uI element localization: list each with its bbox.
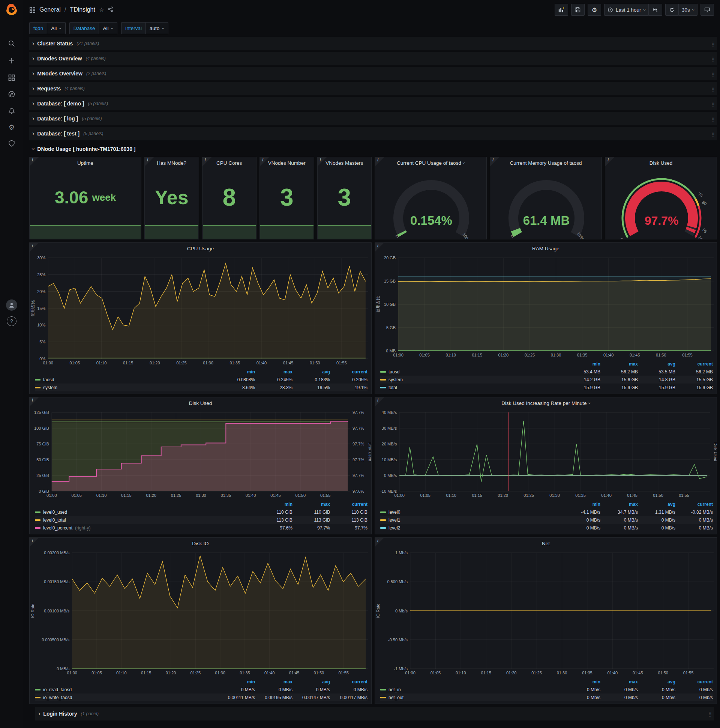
time-range-picker[interactable]: Last 1 hour › — [604, 4, 649, 16]
legend-header[interactable]: min — [563, 361, 600, 367]
legend-series-toggle[interactable]: system — [35, 385, 57, 390]
variable-database-value[interactable]: All› — [99, 22, 117, 34]
panel-header[interactable]: CPU Usage — [30, 243, 371, 254]
legend-series-toggle[interactable]: level1 — [380, 517, 400, 523]
row-drag-handle[interactable]: ⣿ — [711, 41, 715, 46]
legend-header[interactable]: current — [675, 361, 713, 367]
legend-header[interactable]: current — [675, 502, 713, 507]
grafana-logo[interactable] — [4, 2, 19, 17]
legend-series-toggle[interactable]: total — [380, 385, 397, 390]
legend-header[interactable]: current — [330, 502, 368, 507]
info-icon[interactable]: i — [32, 538, 33, 543]
star-icon[interactable]: ☆ — [99, 6, 104, 13]
help-icon[interactable]: ? — [0, 314, 23, 329]
legend-series-toggle[interactable]: system — [380, 377, 403, 382]
legend-header[interactable]: min — [218, 679, 255, 684]
legend-series-toggle[interactable]: taosd — [380, 369, 400, 375]
info-icon[interactable]: i — [262, 158, 263, 162]
legend-series-toggle[interactable]: level0_used — [35, 509, 67, 515]
panel-header[interactable]: Disk Used — [605, 157, 717, 168]
legend-header[interactable]: max — [600, 502, 638, 507]
info-icon[interactable]: i — [377, 398, 378, 402]
dashboard-row-collapsed[interactable]: ›Database: [ log ](5 panels)⣿ — [29, 112, 717, 125]
alerting-icon[interactable] — [0, 104, 23, 119]
panel-header[interactable]: Disk Used — [30, 398, 371, 409]
search-icon[interactable] — [0, 36, 23, 51]
legend-header[interactable]: max — [255, 679, 293, 684]
create-icon[interactable] — [0, 53, 23, 68]
panel-header[interactable]: Disk Used Increasing Rate per Minute› — [375, 398, 717, 409]
legend-series-toggle[interactable]: level2 — [380, 525, 400, 531]
breadcrumb-dashboard-title[interactable]: TDinsight — [70, 6, 95, 13]
legend-series-toggle[interactable]: level0_percent (right-y) — [35, 525, 90, 531]
row-drag-handle[interactable]: ⣿ — [711, 116, 715, 122]
info-icon[interactable]: i — [32, 243, 33, 248]
legend-header[interactable]: min — [563, 679, 600, 684]
variable-interval-value[interactable]: auto› — [146, 22, 168, 34]
row-drag-handle[interactable]: ⣿ — [711, 86, 715, 92]
legend-header[interactable]: max — [600, 361, 638, 367]
panel-menu-chevron-icon[interactable]: › — [587, 402, 592, 404]
explore-icon[interactable] — [0, 87, 23, 102]
dashboard-row-collapsed[interactable]: ›Cluster Status(21 panels)⣿ — [29, 37, 717, 50]
dashboard-row-collapsed[interactable]: ›DNodes Overview(4 panels)⣿ — [29, 52, 717, 65]
panel-menu-chevron-icon[interactable]: › — [461, 162, 466, 164]
legend-header[interactable]: current — [675, 679, 713, 684]
panel-header[interactable]: RAM Usage — [375, 243, 717, 254]
info-icon[interactable]: i — [493, 158, 494, 162]
legend-header[interactable]: avg — [638, 679, 675, 684]
info-icon[interactable]: i — [32, 398, 33, 402]
breadcrumb-folder[interactable]: General — [40, 6, 61, 13]
zoom-out-time-button[interactable] — [649, 4, 662, 16]
panel-header[interactable]: Current Memory Usage of taosd — [490, 157, 601, 168]
info-icon[interactable]: i — [377, 538, 378, 543]
row-drag-handle[interactable]: ⣿ — [711, 101, 715, 107]
dashboard-row-collapsed[interactable]: ›Database: [ demo ](5 panels)⣿ — [29, 97, 717, 110]
add-panel-button[interactable]: + — [555, 4, 568, 16]
row-drag-handle[interactable]: ⣿ — [711, 71, 715, 76]
dashboard-row-collapsed[interactable]: ›MNodes Overview(2 panels)⣿ — [29, 67, 717, 80]
legend-header[interactable]: max — [600, 679, 638, 684]
info-icon[interactable]: i — [147, 158, 148, 162]
configuration-icon[interactable]: ⚙ — [0, 120, 23, 135]
dashboard-row-collapsed[interactable]: ›Database: [ test ](5 panels)⣿ — [29, 127, 717, 140]
legend-series-toggle[interactable]: net_out — [380, 695, 404, 700]
panel-header[interactable]: Net — [375, 538, 717, 549]
legend-header[interactable]: avg — [293, 679, 330, 684]
info-icon[interactable]: i — [377, 243, 378, 248]
dashboard-settings-button[interactable]: ⚙ — [587, 4, 601, 16]
panel-header[interactable]: Uptime — [30, 157, 141, 168]
server-admin-icon[interactable] — [0, 136, 23, 151]
legend-series-toggle[interactable]: level0_total — [35, 517, 66, 523]
legend-header[interactable]: min — [218, 369, 255, 375]
save-dashboard-button[interactable] — [571, 4, 585, 16]
refresh-interval-picker[interactable]: 30s › — [679, 4, 697, 16]
info-icon[interactable]: i — [320, 158, 321, 162]
share-icon[interactable] — [108, 6, 113, 13]
variable-fqdn-value[interactable]: All› — [47, 22, 65, 34]
info-icon[interactable]: i — [377, 158, 378, 162]
dashboard-row-collapsed[interactable]: ›Requests(4 panels)⣿ — [29, 82, 717, 95]
legend-header[interactable]: max — [293, 502, 330, 507]
legend-header[interactable]: min — [563, 502, 600, 507]
row-dnode-usage[interactable]: › DNode Usage [ huolinhe-TM1701:6030 ] — [29, 142, 717, 156]
dashboards-icon[interactable] — [0, 70, 23, 85]
row-drag-handle[interactable]: ⣿ — [711, 131, 715, 136]
info-icon[interactable]: i — [32, 158, 33, 162]
legend-header[interactable]: max — [255, 369, 293, 375]
legend-series-toggle[interactable]: taosd — [35, 377, 54, 382]
legend-header[interactable]: avg — [293, 369, 330, 375]
legend-series-toggle[interactable]: level0 — [380, 509, 400, 515]
legend-series-toggle[interactable]: io_write_taosd — [35, 695, 72, 700]
panel-header[interactable]: Current CPU Usage of taosd› — [375, 157, 487, 168]
legend-header[interactable]: min — [255, 502, 293, 507]
info-icon[interactable]: i — [205, 158, 206, 162]
refresh-button[interactable] — [665, 4, 679, 16]
row-drag-handle[interactable]: ⣿ — [711, 56, 715, 61]
legend-header[interactable]: current — [330, 679, 368, 684]
legend-header[interactable]: avg — [638, 361, 675, 367]
info-icon[interactable]: i — [607, 158, 609, 162]
legend-series-toggle[interactable]: net_in — [380, 687, 401, 692]
legend-series-toggle[interactable]: io_read_taosd — [35, 687, 72, 692]
legend-header[interactable]: current — [330, 369, 368, 375]
